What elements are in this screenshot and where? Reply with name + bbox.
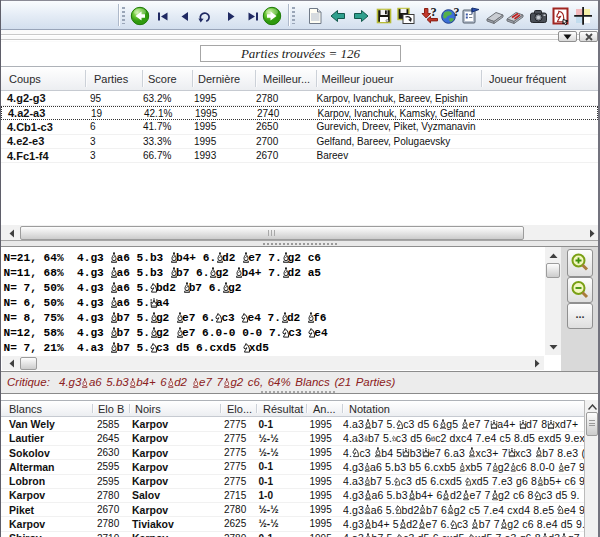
- svg-text:?: ?: [431, 6, 437, 19]
- svg-text:?: ?: [454, 6, 460, 19]
